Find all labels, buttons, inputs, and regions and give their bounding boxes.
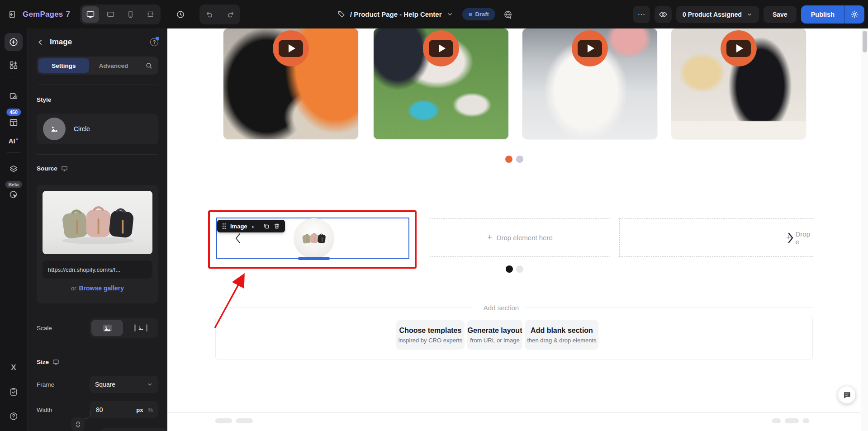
page-canvas: Image ▲ + Drop element here + Drop e bbox=[167, 28, 868, 431]
settings-panel: Image ? Settings Advanced Style Circle S… bbox=[28, 28, 167, 431]
play-button-icon[interactable] bbox=[423, 30, 459, 66]
video-card-3[interactable] bbox=[522, 28, 657, 139]
annotation-red-box bbox=[208, 210, 417, 269]
page-tag-icon bbox=[337, 10, 346, 19]
scale-label: Scale bbox=[37, 325, 52, 332]
add-section-line bbox=[215, 308, 472, 308]
tab-advanced[interactable]: Advanced bbox=[89, 58, 138, 73]
chevron-down-icon bbox=[147, 381, 153, 388]
top-bar: GemPages 7 bbox=[0, 0, 868, 28]
add-blank-section-button[interactable]: Add blank section then drag & drop eleme… bbox=[525, 320, 598, 350]
layers-icon[interactable] bbox=[9, 164, 19, 174]
interactions-beta-badge: Beta bbox=[5, 181, 22, 188]
element-toolbar: Image ▲ bbox=[217, 220, 285, 232]
unit-px[interactable]: px bbox=[136, 407, 143, 413]
ai-assistant-icon[interactable]: AI✦ bbox=[9, 137, 19, 145]
status-dot bbox=[469, 13, 472, 16]
frame-select[interactable]: Square bbox=[90, 376, 158, 393]
scale-fill-icon[interactable] bbox=[91, 320, 123, 336]
brand-logo[interactable]: GemPages 7 bbox=[23, 10, 70, 19]
preview-eye-button[interactable] bbox=[655, 6, 672, 23]
exit-editor-icon[interactable] bbox=[7, 10, 16, 19]
globe-share-icon[interactable] bbox=[503, 10, 512, 19]
publish-button[interactable]: Publish bbox=[801, 5, 844, 24]
device-tablet-icon[interactable] bbox=[102, 6, 119, 23]
tab-settings[interactable]: Settings bbox=[38, 58, 89, 73]
undo-redo-group bbox=[199, 5, 240, 24]
breadcrumb-chevron-down-icon[interactable] bbox=[446, 11, 453, 18]
carousel-dot[interactable] bbox=[516, 265, 523, 273]
interactions-icon[interactable] bbox=[9, 190, 19, 199]
play-button-icon[interactable] bbox=[572, 30, 608, 66]
history-icon[interactable] bbox=[172, 6, 189, 23]
panel-help-icon[interactable]: ? bbox=[150, 38, 158, 46]
drag-handle-icon[interactable] bbox=[222, 223, 226, 229]
device-desktop-icon[interactable] bbox=[82, 6, 99, 23]
desktop-override-icon bbox=[61, 165, 68, 172]
add-element-icon[interactable] bbox=[5, 33, 23, 51]
video-card-1[interactable] bbox=[223, 28, 358, 139]
browse-gallery-link[interactable]: Browse gallery bbox=[79, 284, 124, 292]
checklist-icon[interactable] bbox=[9, 387, 19, 397]
help-icon[interactable] bbox=[9, 412, 19, 421]
save-button[interactable]: Save bbox=[764, 6, 797, 23]
duplicate-icon[interactable] bbox=[263, 223, 270, 229]
caret-up-icon[interactable]: ▲ bbox=[251, 225, 255, 228]
device-mobile-icon[interactable] bbox=[122, 6, 139, 23]
theme-styles-icon[interactable] bbox=[9, 92, 19, 102]
canvas-scrollbar[interactable] bbox=[861, 28, 868, 431]
breadcrumb[interactable]: / Product Page - Help Center bbox=[350, 10, 442, 18]
toolbar-divider bbox=[259, 223, 259, 230]
play-button-icon[interactable] bbox=[273, 30, 309, 66]
chat-launcher[interactable] bbox=[838, 386, 856, 404]
plus-icon: + bbox=[487, 233, 492, 242]
carousel-dot[interactable] bbox=[516, 156, 523, 163]
skeleton-bar bbox=[236, 418, 253, 423]
unit-percent[interactable]: % bbox=[147, 407, 153, 413]
delete-icon[interactable] bbox=[274, 223, 280, 229]
back-chevron-icon[interactable] bbox=[37, 38, 44, 46]
play-button-icon[interactable] bbox=[721, 30, 757, 66]
product-assigned-dropdown[interactable]: 0 Product Assigned bbox=[676, 6, 759, 23]
width-row: Width px % bbox=[37, 401, 158, 418]
add-section-label: Add section bbox=[481, 304, 522, 312]
panel-title: Image bbox=[50, 38, 72, 47]
templates-icon[interactable] bbox=[9, 118, 19, 128]
carousel-dot-active[interactable] bbox=[506, 265, 513, 273]
device-responsive-icon[interactable] bbox=[142, 6, 159, 23]
choose-templates-button[interactable]: Choose templates inspired by CRO experts bbox=[396, 320, 465, 350]
style-heading: Style bbox=[37, 96, 51, 103]
video-card-2[interactable] bbox=[374, 28, 508, 139]
circle-style-thumbnail bbox=[43, 118, 66, 140]
video-card-4[interactable] bbox=[671, 28, 806, 139]
undo-icon[interactable] bbox=[199, 5, 220, 24]
carousel-dot-active[interactable] bbox=[505, 156, 512, 163]
generate-layout-button[interactable]: Generate layout from URL or image bbox=[467, 320, 522, 350]
source-card: or Browse gallery bbox=[37, 185, 158, 303]
width-input[interactable] bbox=[95, 406, 117, 414]
search-icon[interactable] bbox=[145, 62, 153, 70]
device-switcher bbox=[80, 5, 161, 24]
skeleton-bar bbox=[215, 418, 232, 423]
scrollbar-thumb[interactable] bbox=[863, 31, 867, 52]
or-label: or bbox=[71, 285, 76, 292]
link-dimensions-icon[interactable] bbox=[71, 417, 85, 431]
drop-zone[interactable]: + Drop element here bbox=[430, 218, 610, 257]
publish-button-group: Publish bbox=[801, 5, 864, 24]
carousel-next-icon[interactable] bbox=[787, 232, 794, 244]
style-picker[interactable]: Circle bbox=[37, 114, 158, 144]
scale-fit-icon[interactable] bbox=[125, 320, 157, 336]
image-url-input[interactable] bbox=[43, 260, 152, 279]
drop-zone-clipped[interactable]: + Drop e bbox=[619, 218, 813, 257]
panel-divider bbox=[37, 348, 158, 348]
publish-settings-gear-icon[interactable] bbox=[844, 5, 864, 24]
source-image-thumbnail[interactable] bbox=[43, 191, 152, 254]
brand-version: 7 bbox=[66, 10, 70, 19]
height-input-partial[interactable] bbox=[100, 428, 167, 431]
redo-icon[interactable] bbox=[220, 5, 240, 24]
element-type-label[interactable]: Image bbox=[230, 223, 247, 230]
source-heading: Source bbox=[37, 165, 68, 172]
sections-library-icon[interactable] bbox=[9, 60, 19, 70]
more-actions-button[interactable]: ··· bbox=[633, 6, 650, 23]
x-social-icon[interactable]: X bbox=[11, 363, 16, 372]
